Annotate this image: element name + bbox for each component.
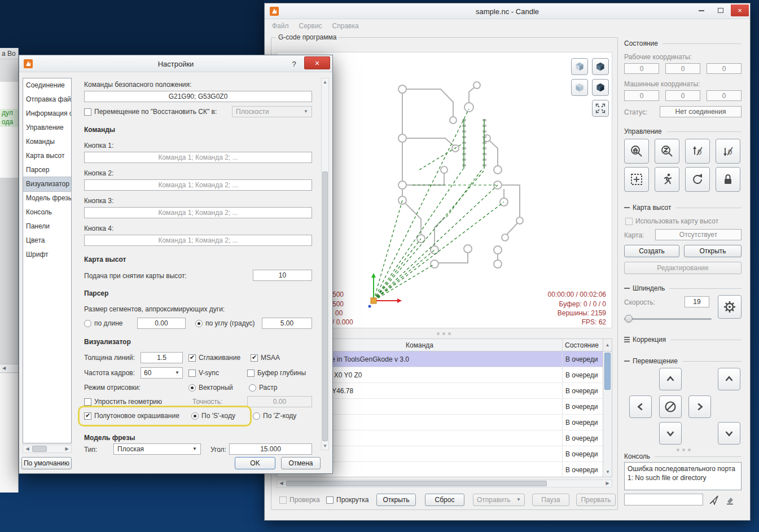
home-button[interactable] [624,139,649,164]
category-control[interactable]: Управление [23,121,71,135]
vector-radio[interactable]: Векторный [188,384,233,392]
scroll-thumb[interactable] [286,481,547,486]
category-visualizer[interactable]: Визуализатор [23,177,71,191]
create-map-button[interactable]: Создать [624,245,679,257]
panel-splitter-handle[interactable] [658,447,709,452]
angle-segments-input[interactable]: 5.00 [262,318,312,329]
category-scrollbar[interactable]: ◀ ▶ [23,445,72,453]
dialog-close-button[interactable]: × [304,56,330,69]
check-mode-checkbox[interactable]: Проверка [279,496,320,504]
spindle-settings-button[interactable] [718,295,742,319]
spindle-heading[interactable]: Шпиндель [624,284,742,292]
slider-thumb[interactable] [625,315,633,323]
settings-scrollbar[interactable]: ▲ ▼ [321,78,329,450]
ok-button[interactable]: OK [235,457,275,469]
table-scroll-thumb[interactable] [604,353,611,390]
abort-button[interactable]: Прервать [576,494,616,506]
send-dropdown-icon[interactable]: ▼ [516,498,521,502]
view-top-button[interactable] [571,58,588,75]
grayscale-checkbox[interactable]: ✔Полутоновое окрашивание [84,412,179,420]
collapse-icon[interactable] [624,207,630,208]
defaults-button[interactable]: По умолчанию [21,457,72,469]
jog-z-plus-button[interactable] [718,368,740,390]
console-clear-button[interactable] [723,494,736,505]
zero-xy-button[interactable]: 0 [685,139,710,164]
collapse-icon[interactable] [624,288,630,289]
cancel-button[interactable]: Отмена [281,457,321,469]
splitter-handle[interactable] [418,331,469,336]
by-z-code-radio[interactable]: По 'Z'-коду [253,412,296,420]
button2-input[interactable]: Команда 1; Команда 2; ... [84,179,312,191]
collapse-icon[interactable] [624,360,630,362]
menu-help[interactable]: Справка [327,19,364,33]
scroll-right-icon[interactable]: ▶ [63,445,71,452]
expand-panel-icon[interactable] [624,337,630,342]
open-file-button[interactable]: Открыть [376,494,416,506]
restore-move-checkbox[interactable]: Перемещение по "Восстановить СК" в: [84,108,217,116]
console-input[interactable] [624,494,703,505]
jog-heading[interactable]: Перемещение [624,357,742,365]
safe-commands-input[interactable]: G21G90; G53G0Z0 [84,91,312,102]
table-scroll-down-icon[interactable]: ▼ [603,469,612,476]
antialiasing-checkbox[interactable]: ✔Сглаживание [188,354,240,362]
jog-z-minus-button[interactable] [718,422,740,445]
view-side-button[interactable] [592,79,609,96]
autoscroll-checkbox[interactable]: Прокрутка [326,496,368,504]
spindle-speed-value[interactable]: 19 [685,296,709,307]
line-width-input[interactable]: 1.5 [141,352,183,363]
send-button[interactable]: Отправить▼ [473,494,525,506]
table-vertical-scrollbar[interactable]: ▼ [603,351,612,477]
spindle-speed-slider[interactable] [624,314,712,323]
jog-stop-button[interactable] [659,395,682,418]
category-console[interactable]: Консоль [23,205,71,219]
scroll-thumb[interactable] [32,446,47,452]
by-angle-radio[interactable]: по углу (градус) [195,319,255,327]
unlock-button[interactable] [716,167,740,192]
category-heightmap[interactable]: Карта высот [23,149,71,163]
button1-input[interactable]: Команда 1; Команда 2; ... [84,152,312,163]
use-heightmap-checkbox[interactable]: Использовать карту высот [625,217,718,225]
scroll-left-icon[interactable]: ◀ [277,480,286,487]
menu-service[interactable]: Сервис [294,19,327,33]
table-scroll-up-icon[interactable]: ▲ [603,339,612,351]
scroll-thumb[interactable] [322,172,328,441]
safe-position-button[interactable] [655,167,679,192]
console-send-button[interactable] [708,494,720,505]
probe-button[interactable] [655,139,679,164]
scroll-up-icon[interactable]: ▲ [322,78,328,86]
console-output[interactable]: Ошибка последовательного порта 1: No suc… [624,462,742,490]
category-commands[interactable]: Команды [23,135,71,149]
help-button[interactable]: ? [287,58,301,69]
category-font[interactable]: Шрифт [23,248,71,262]
scroll-left-icon[interactable]: ◀ [23,445,32,452]
zero-z-button[interactable]: 0 [716,139,740,164]
category-information[interactable]: Информация о [23,107,71,121]
length-input[interactable]: 0.00 [137,318,186,329]
depth-buffer-checkbox[interactable]: Буфер глубины [247,369,306,377]
category-file-sending[interactable]: Отправка файл [23,93,71,107]
jog-y-plus-button[interactable] [659,368,682,390]
category-tool-model[interactable]: Модель фрезы [23,191,71,205]
vsync-checkbox[interactable]: V-sync [188,369,219,377]
dialog-titlebar[interactable]: Настройки ? × [19,55,332,72]
category-parser[interactable]: Парсер [23,163,71,177]
heightmap-heading[interactable]: Карта высот [624,204,742,212]
scroll-down-icon[interactable]: ▼ [322,442,328,450]
edit-map-button[interactable]: Редактирование [624,262,742,274]
by-length-radio[interactable]: по длине [84,319,123,327]
fps-combo[interactable]: 60▼ [141,367,183,379]
bg-scroll-left-icon[interactable]: ◀ [0,364,8,372]
probe-feed-input[interactable]: 10 [253,270,312,281]
view-front-button[interactable] [571,79,588,96]
category-panels[interactable]: Панели [23,219,71,234]
msaa-checkbox[interactable]: ✔MSAA [251,354,280,362]
jog-y-minus-button[interactable] [659,422,682,445]
raster-radio[interactable]: Растр [249,384,277,392]
by-s-code-radio[interactable]: По 'S'-коду [191,412,235,420]
restore-origin-button[interactable] [624,167,649,192]
tool-type-combo[interactable]: Плоская▼ [113,443,201,455]
table-header-state[interactable]: Состояние [562,339,603,351]
menu-file[interactable]: Файл [267,19,294,33]
simplify-geometry-checkbox[interactable]: Упростить геометрию [84,398,162,406]
button3-input[interactable]: Команда 1; Команда 2; ... [84,207,312,218]
